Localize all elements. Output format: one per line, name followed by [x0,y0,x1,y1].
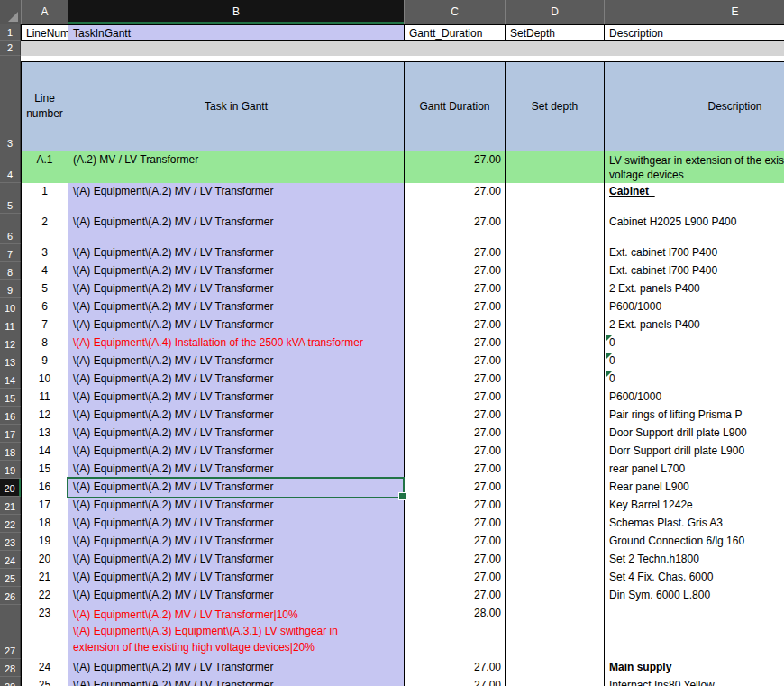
row-header-1[interactable]: 1 [0,24,21,41]
column-header-a[interactable]: A [21,0,68,24]
cell-d28[interactable] [505,659,604,677]
cell-a27[interactable]: 23 [21,605,68,659]
cell-a12[interactable]: 8 [21,334,68,352]
cell-e12[interactable]: 0 [604,334,784,352]
fill-handle[interactable] [398,492,406,500]
column-header-d[interactable]: D [505,0,604,24]
cell-c12[interactable]: 27.00 [404,334,505,352]
cell-a16[interactable]: 12 [21,407,68,425]
cell-e8[interactable]: Ext. cabinet l700 P400 [604,262,784,280]
cell-d10[interactable] [505,298,604,316]
cell-c14[interactable]: 27.00 [404,370,505,389]
cell-c26[interactable]: 27.00 [404,587,505,605]
cell-c6[interactable]: 27.00 [404,214,505,244]
cell-b18[interactable]: \(A) Equipment\(A.2) MV / LV Transformer [68,443,404,461]
cell-b3[interactable]: Task in Gantt [68,61,404,151]
cell-c19[interactable]: 27.00 [404,461,505,479]
row-header-9[interactable]: 9 [0,280,21,298]
cell-e14[interactable]: 0 [604,370,784,389]
cell-a25[interactable]: 21 [21,569,68,587]
cell-a15[interactable]: 11 [21,389,68,407]
cell-d14[interactable] [505,370,604,389]
cell-a1[interactable]: LineNum [21,24,68,41]
cell-b25[interactable]: \(A) Equipment\(A.2) MV / LV Transformer [68,569,404,587]
cell-a22[interactable]: 18 [21,515,68,533]
cell-b15[interactable]: \(A) Equipment\(A.2) MV / LV Transformer [68,389,404,407]
cell-d25[interactable] [505,569,604,587]
row-header-26[interactable]: 26 [0,587,21,605]
cell-e17[interactable]: Door Support drill plate L900 [604,425,784,443]
cell-d22[interactable] [505,515,604,533]
cell-b7[interactable]: \(A) Equipment\(A.2) MV / LV Transformer [68,244,404,262]
row-header-3[interactable]: 3 [0,56,21,151]
row-header-14[interactable]: 14 [0,370,21,389]
cell-e28[interactable]: Main supply [604,659,784,677]
cell-b6[interactable]: \(A) Equipment\(A.2) MV / LV Transformer [68,214,404,244]
cell-d23[interactable] [505,533,604,551]
cell-e21[interactable]: Key Barrel 1242e [604,497,784,515]
cell-b4[interactable]: (A.2) MV / LV Transformer [68,151,404,183]
row-header-28[interactable]: 28 [0,659,21,677]
cell-a29[interactable]: 25 [21,677,68,686]
cell-d29[interactable] [505,677,604,686]
cell-d21[interactable] [505,497,604,515]
cell-d15[interactable] [505,389,604,407]
cell-c22[interactable]: 27.00 [404,515,505,533]
cell-c29[interactable]: 27.00 [404,677,505,686]
cell-e11[interactable]: 2 Ext. panels P400 [604,316,784,334]
cell-b16[interactable]: \(A) Equipment\(A.2) MV / LV Transformer [68,407,404,425]
cell-c28[interactable]: 27.00 [404,659,505,677]
cell-c11[interactable]: 27.00 [404,316,505,334]
cell-b29[interactable]: \(A) Equipment\(A.2) MV / LV Transformer [68,677,404,686]
row-header-5[interactable]: 5 [0,183,21,214]
row-header-7[interactable]: 7 [0,244,21,262]
cell-b21[interactable]: \(A) Equipment\(A.2) MV / LV Transformer [68,497,404,515]
cell-a7[interactable]: 3 [21,244,68,262]
cell-b8[interactable]: \(A) Equipment\(A.2) MV / LV Transformer [68,262,404,280]
cell-c9[interactable]: 27.00 [404,280,505,298]
cell-d11[interactable] [505,316,604,334]
row-header-18[interactable]: 18 [0,443,21,461]
cell-e18[interactable]: Dorr Support drill plate L900 [604,443,784,461]
cell-e7[interactable]: Ext. cabinet l700 P400 [604,244,784,262]
row-header-20[interactable]: 20 [0,479,21,497]
cell-e3[interactable]: Description [604,61,784,151]
cell-b1[interactable]: TaskInGantt [68,24,404,41]
cell-e4[interactable]: LV swithgear in extension of the existin… [604,151,784,183]
cell-a8[interactable]: 4 [21,262,68,280]
cell-b10[interactable]: \(A) Equipment\(A.2) MV / LV Transformer [68,298,404,316]
cell-b11[interactable]: \(A) Equipment\(A.2) MV / LV Transformer [68,316,404,334]
cell-e1[interactable]: Description [604,24,784,41]
cell-a20[interactable]: 16 [21,479,68,497]
row-header-6[interactable]: 6 [0,214,21,244]
row-header-29[interactable]: 29 [0,677,21,686]
row-header-15[interactable]: 15 [0,389,21,407]
cell-d5[interactable] [505,183,604,214]
cell-d13[interactable] [505,352,604,370]
cell-b14[interactable]: \(A) Equipment\(A.2) MV / LV Transformer [68,370,404,389]
cell-b26[interactable]: \(A) Equipment\(A.2) MV / LV Transformer [68,587,404,605]
cell-c1[interactable]: Gantt_Duration [404,24,505,41]
cell-b17[interactable]: \(A) Equipment\(A.2) MV / LV Transformer [68,425,404,443]
cell-a24[interactable]: 20 [21,551,68,569]
cell-e20[interactable]: Rear panel L900 [604,479,784,497]
cell-b19[interactable]: \(A) Equipment\(A.2) MV / LV Transformer [68,461,404,479]
row-header-25[interactable]: 25 [0,569,21,587]
column-header-c[interactable]: C [404,0,505,24]
cell-b13[interactable]: \(A) Equipment\(A.2) MV / LV Transformer [68,352,404,370]
cell-d3[interactable]: Set depth [505,61,604,151]
cell-c5[interactable]: 27.00 [404,183,505,214]
cell-a18[interactable]: 14 [21,443,68,461]
cell-d17[interactable] [505,425,604,443]
cell-d18[interactable] [505,443,604,461]
cell-e23[interactable]: Ground Connection 6/lg 160 [604,533,784,551]
cell-e24[interactable]: Set 2 Techn.h1800 [604,551,784,569]
cell-c15[interactable]: 27.00 [404,389,505,407]
row-header-17[interactable]: 17 [0,425,21,443]
cell-a26[interactable]: 22 [21,587,68,605]
cell-b23[interactable]: \(A) Equipment\(A.2) MV / LV Transformer [68,533,404,551]
cell-e5[interactable]: Cabinet [604,183,784,214]
row-header-12[interactable]: 12 [0,334,21,352]
cell-c17[interactable]: 27.00 [404,425,505,443]
cell-d16[interactable] [505,407,604,425]
